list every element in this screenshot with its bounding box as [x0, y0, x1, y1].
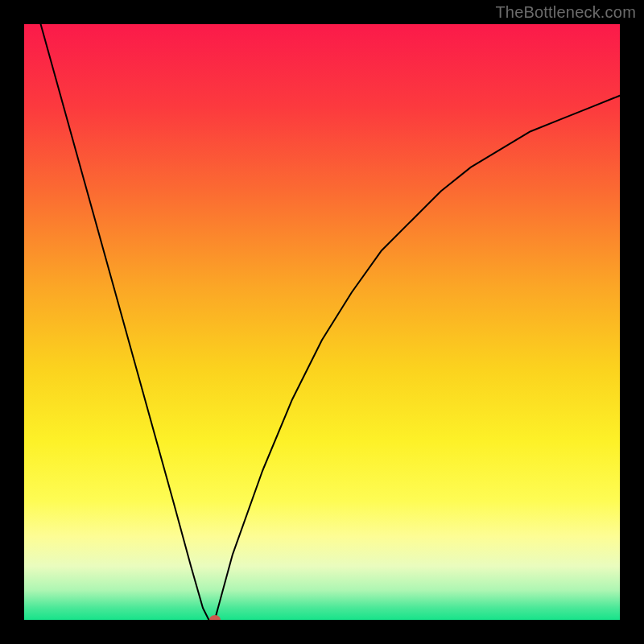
optimal-point-marker	[209, 615, 221, 620]
plot-area	[24, 24, 620, 620]
watermark-text: TheBottleneck.com	[495, 3, 636, 22]
chart-frame: TheBottleneck.com	[0, 0, 644, 644]
svg-rect-0	[24, 24, 620, 620]
background-gradient	[24, 24, 620, 620]
